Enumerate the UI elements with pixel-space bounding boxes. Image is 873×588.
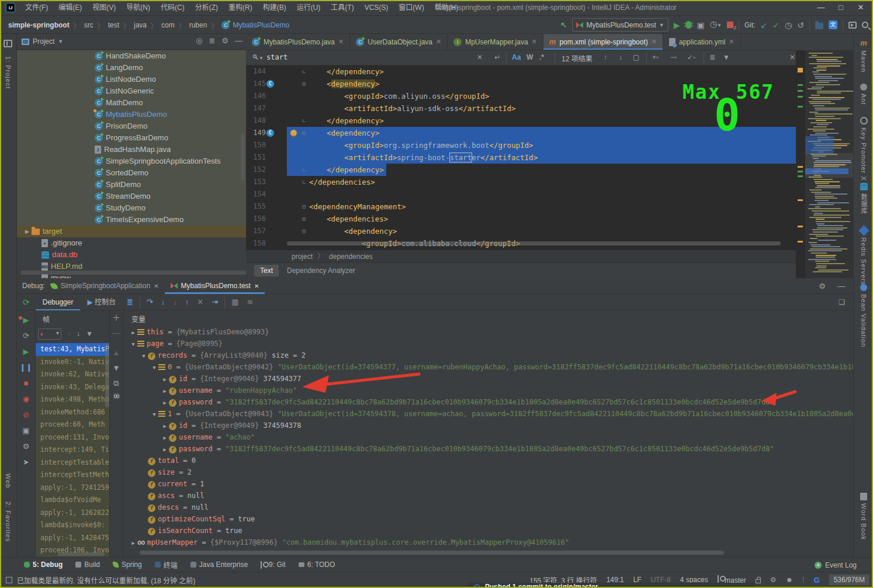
frame-row[interactable]: invoke:43, Delegat — [36, 381, 109, 394]
sidebar-item-word-book[interactable]: Word Book — [854, 493, 873, 542]
frame-row[interactable]: lambda$invoke$0: — [36, 519, 109, 532]
git-commit-icon[interactable]: ✓ — [772, 21, 780, 29]
frame-row[interactable]: lambda$ofVoidMe — [36, 494, 109, 507]
select-all-occurrences-icon[interactable]: ✓▫ — [687, 53, 695, 61]
remove-watch-icon[interactable]: — — [110, 326, 123, 341]
menu-item[interactable]: 工具(T) — [325, 0, 359, 15]
variable-row[interactable]: ▶this = {MybatisPlusDemo@8993} — [123, 326, 853, 338]
variable-row[interactable]: ▶fusername = "rubenHappyAchao" — [123, 385, 853, 396]
expand-toggle-icon[interactable]: ▼ — [140, 350, 148, 361]
variable-row[interactable]: ▶fpassword = "3182ff5837dec9fc5ad8422110… — [123, 443, 853, 455]
history-icon[interactable]: ◷ — [785, 21, 792, 29]
expand-toggle-icon[interactable]: ▶ — [161, 373, 169, 385]
tree-item[interactable]: CSplitDemo — [17, 179, 246, 191]
menu-item[interactable]: 文件(F) — [20, 0, 53, 15]
tab-console[interactable]: ▶ 控制台 — [80, 294, 123, 310]
thread-selector[interactable] — [38, 328, 61, 340]
editor-tab[interactable]: CMybatisPlusDemo.java✕ — [246, 34, 350, 50]
close-button[interactable]: ✕ — [851, 0, 871, 15]
fold-marker-icon[interactable]: ⊟ — [302, 225, 306, 237]
menu-item[interactable]: VCS(S) — [359, 0, 394, 15]
fold-marker-icon[interactable]: ⊟ — [302, 127, 306, 139]
move-up-icon[interactable]: ▲ — [110, 345, 123, 361]
fold-marker-icon[interactable]: ∟ — [302, 176, 306, 188]
debug-button[interactable] — [685, 21, 692, 29]
sidebar-item-key-promoter[interactable]: Key Promoter X — [854, 117, 873, 183]
variable-row[interactable]: ftotal = 0 — [123, 455, 853, 466]
expand-toggle-icon[interactable]: ▼ — [129, 338, 137, 350]
frame-row[interactable]: proceed:60, Meth — [36, 418, 109, 431]
editor-horizontal-scrollbar[interactable] — [287, 241, 781, 245]
close-tab-icon[interactable]: ✕ — [338, 38, 344, 46]
rollback-icon[interactable]: ↺ — [797, 21, 804, 29]
variable-row[interactable]: ▼0 = {UserDataObject@9042} "UserDataObje… — [123, 361, 853, 373]
frames-filter-icon[interactable]: ▼ — [86, 330, 93, 338]
frame-row[interactable]: proceed:131, Invo — [36, 431, 109, 444]
sidebar-item-bean-validation[interactable]: Bean Validation — [854, 284, 873, 349]
view-breakpoints-icon[interactable]: ◉ — [17, 395, 35, 405]
frame-row[interactable]: invokeMethod:686 — [36, 406, 109, 419]
variable-row[interactable]: ▼frecords = {ArrayList@9040} size = 2 — [123, 350, 853, 361]
project-tool-icon[interactable] — [4, 40, 12, 47]
fold-marker-icon[interactable]: ∟ — [302, 65, 306, 78]
frame-down-icon[interactable]: ↓ — [77, 330, 80, 338]
tree-item[interactable]: CMybatisPlusDemo — [17, 109, 246, 120]
run-anything-icon[interactable] — [848, 22, 857, 29]
frame-row[interactable]: interceptTestMeth — [36, 469, 109, 482]
resume-program-icon[interactable]: ▶ — [17, 347, 35, 358]
filter-lines-icon[interactable]: ≣ — [709, 53, 715, 61]
frame-row[interactable]: intercept:149, Tim — [36, 444, 109, 456]
frame-row[interactable]: interceptTestable — [36, 456, 109, 469]
sidebar-item-ant[interactable]: Ant — [854, 84, 873, 107]
breadcrumb-project[interactable]: project — [292, 253, 313, 261]
breadcrumb-item[interactable]: src — [84, 21, 93, 29]
menu-item[interactable]: 编辑(E) — [53, 0, 87, 15]
menu-item[interactable]: 代码(C) — [155, 0, 190, 15]
tree-item[interactable]: CListNoGeneric — [17, 85, 246, 97]
expand-toggle-icon[interactable]: ▶ — [129, 327, 137, 338]
git-update-icon[interactable]: ↙ — [761, 21, 768, 29]
variable-row[interactable]: fdescs = null — [123, 501, 853, 513]
breadcrumb-item[interactable]: simple-springboot — [8, 21, 70, 29]
variable-row[interactable]: ▶oompUserMapper = {$Proxy117@8996} "com.… — [123, 537, 853, 548]
tree-item[interactable]: CProgressBarDemo — [17, 132, 246, 144]
breadcrumb-item[interactable]: ruben — [189, 21, 207, 29]
notification-toast[interactable]: ⓘ Pushed 1 commit to origin/master — [467, 583, 755, 588]
variable-row[interactable]: ▶fid = {Integer@9049} 374594378 — [123, 420, 853, 431]
tree-item[interactable]: ×.gitignore — [17, 237, 246, 249]
expand-toggle-icon[interactable]: ▶ — [161, 420, 169, 431]
gear-icon[interactable]: ⚙ — [221, 36, 228, 45]
fold-marker-icon[interactable]: ⊟ — [302, 213, 306, 225]
tree-item[interactable]: CSortedDemo — [17, 167, 246, 179]
variables-horizontal-scrollbar[interactable] — [140, 551, 724, 555]
frames-vertical-scrollbar[interactable] — [105, 343, 109, 407]
project-vertical-scrollbar[interactable] — [241, 133, 245, 180]
menu-item[interactable]: 窗口(W) — [393, 0, 429, 15]
tree-item[interactable]: CListNodeDemo — [17, 74, 246, 85]
editor-tab[interactable]: application.yml✕ — [663, 34, 741, 50]
variable-row[interactable]: fisSearchCount = true — [123, 525, 853, 537]
filter-funnel-icon[interactable]: ▼ — [723, 53, 730, 61]
expand-toggle-icon[interactable]: ▶ — [161, 397, 169, 408]
tree-item[interactable]: JReadHashMap.java — [17, 144, 246, 155]
toolbtn-debug[interactable]: 5: Debug — [18, 558, 69, 572]
toolbtn-build[interactable]: Build — [69, 558, 106, 572]
run-button[interactable]: ▶ — [674, 21, 680, 29]
add-occurrence-icon[interactable]: +▫ — [652, 53, 659, 61]
profiler-face-icon[interactable]: ☻ — [786, 576, 794, 584]
sidebar-item-project[interactable]: 1: Project — [5, 56, 12, 89]
toolbtn-java-enterprise[interactable]: Java Enterprise — [184, 558, 254, 572]
breadcrumb-item[interactable]: com — [161, 21, 175, 29]
stop-button[interactable]: 2 — [727, 22, 733, 28]
close-tab-icon[interactable]: ✕ — [652, 38, 657, 46]
expand-toggle-icon[interactable]: ▶ — [161, 385, 169, 396]
breadcrumb-dependencies[interactable]: dependencies — [329, 253, 373, 261]
fold-marker-icon[interactable]: ∟ — [302, 115, 306, 127]
toolbtn-todo[interactable]: 6: TODO — [292, 558, 342, 572]
variable-row[interactable]: ▼1 = {UserDataObject@9043} "UserDataObje… — [123, 408, 853, 420]
regex-toggle[interactable]: .* — [539, 53, 544, 61]
locate-file-icon[interactable]: ◎ — [196, 36, 202, 45]
debug-settings-gear-icon[interactable]: ⚙ — [17, 442, 35, 452]
search-everywhere-icon[interactable] — [862, 22, 868, 28]
variable-row[interactable]: fascs = null — [123, 490, 853, 501]
